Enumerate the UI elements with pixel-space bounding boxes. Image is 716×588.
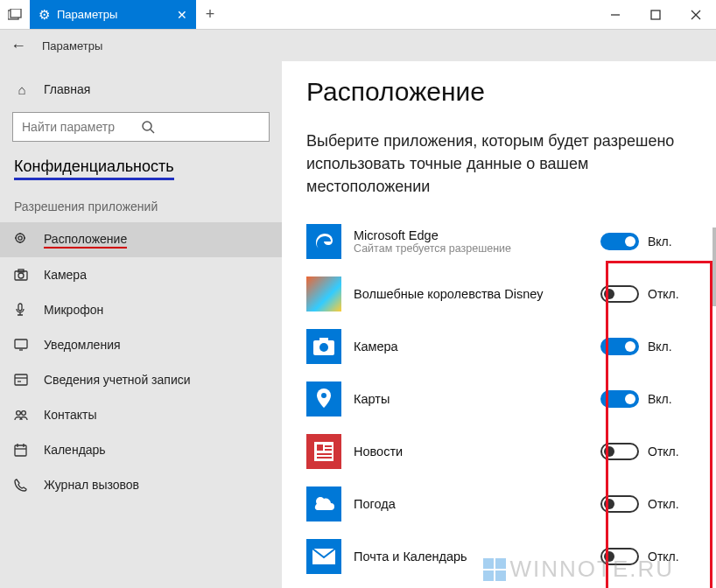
gear-icon: ⚙	[39, 7, 50, 23]
svg-rect-33	[317, 457, 332, 458]
svg-point-25	[319, 343, 328, 352]
app-name: Погода	[354, 497, 588, 511]
toggle-switch[interactable]	[600, 338, 639, 355]
sidebar-home[interactable]: ⌂ Главная	[0, 72, 282, 107]
toggle-switch[interactable]	[600, 285, 639, 303]
app-icon-camera	[306, 329, 341, 364]
sidebar-item-account[interactable]: Сведения учетной записи	[0, 362, 282, 397]
sidebar-item-calls[interactable]: Журнал вызовов	[0, 467, 282, 502]
toggle-label: Вкл.	[648, 392, 672, 406]
sidebar: ⌂ Главная Найти параметр Конфиденциально…	[0, 61, 282, 588]
app-name: Камера	[354, 340, 588, 354]
breadcrumb: ← Параметры	[0, 30, 716, 61]
close-tab-icon[interactable]: ✕	[177, 8, 187, 22]
svg-rect-29	[317, 444, 323, 451]
search-placeholder: Найти параметр	[22, 120, 141, 134]
app-row: Волшебные королевства DisneyОткл.	[306, 268, 691, 320]
app-icon-edge	[306, 224, 341, 259]
svg-rect-15	[15, 374, 27, 385]
scrollbar-thumb[interactable]	[712, 228, 716, 306]
svg-rect-26	[319, 338, 328, 341]
svg-rect-20	[15, 445, 26, 456]
app-icon-disney	[306, 276, 341, 312]
sidebar-item-calendar[interactable]: Календарь	[0, 432, 282, 467]
toggle-switch[interactable]	[600, 233, 639, 250]
search-icon	[141, 120, 260, 134]
toggle-label: Вкл.	[648, 234, 672, 248]
toggle-switch[interactable]	[600, 390, 639, 408]
sidebar-item-label: Уведомления	[44, 338, 121, 352]
toggle-label: Откл.	[648, 497, 679, 511]
app-subtitle: Сайтам требуется разрешение	[354, 242, 588, 255]
sidebar-category: Конфиденциальность	[14, 152, 174, 180]
svg-line-7	[151, 130, 154, 133]
app-icon-maps	[306, 382, 341, 416]
scrollbar[interactable]	[712, 61, 716, 588]
svg-rect-14	[15, 340, 27, 348]
toggle-label: Вкл.	[648, 340, 672, 354]
new-tab-button[interactable]: +	[196, 0, 224, 29]
close-window-button[interactable]	[676, 0, 716, 29]
svg-rect-1	[11, 9, 21, 18]
calls-icon	[14, 479, 30, 492]
search-input[interactable]: Найти параметр	[12, 112, 270, 142]
title-bar: ⚙ Параметры ✕ +	[0, 0, 716, 30]
sidebar-item-label: Микрофон	[44, 303, 103, 317]
app-icon-mail	[306, 539, 341, 574]
svg-point-8	[18, 236, 22, 240]
toggle-switch[interactable]	[600, 548, 639, 565]
sidebar-item-mic[interactable]: Микрофон	[0, 292, 282, 327]
page-title: Расположение	[306, 77, 691, 107]
svg-point-27	[321, 393, 326, 398]
svg-point-18	[17, 411, 21, 416]
sidebar-home-label: Главная	[44, 82, 90, 96]
sidebar-section-label: Разрешения приложений	[0, 180, 282, 222]
contacts-icon	[14, 409, 30, 421]
active-tab[interactable]: ⚙ Параметры ✕	[30, 0, 196, 29]
app-row: Microsoft EdgeСайтам требуется разрешени…	[306, 215, 691, 268]
sidebar-item-label: Календарь	[44, 443, 106, 457]
app-list: Microsoft EdgeСайтам требуется разрешени…	[306, 215, 691, 583]
toggle-switch[interactable]	[600, 495, 639, 513]
sidebar-item-label: Расположение	[44, 232, 127, 248]
tab-label: Параметры	[57, 8, 117, 21]
svg-point-11	[18, 273, 24, 278]
breadcrumb-label: Параметры	[42, 39, 102, 52]
app-name: Карты	[354, 392, 588, 406]
app-row: ПогодаОткл.	[306, 478, 691, 530]
camera-icon	[14, 269, 30, 281]
svg-point-19	[22, 411, 26, 416]
minimize-button[interactable]	[595, 0, 635, 29]
svg-rect-31	[325, 449, 332, 451]
svg-rect-32	[317, 453, 332, 455]
location-icon	[14, 233, 30, 247]
task-view-icon[interactable]	[0, 0, 30, 29]
sidebar-item-label: Контакты	[44, 408, 96, 422]
app-name: Волшебные королевства Disney	[354, 287, 588, 301]
account-icon	[14, 374, 30, 386]
app-name: Microsoft Edge	[354, 228, 588, 242]
app-row: НовостиОткл.	[306, 425, 691, 478]
sidebar-item-notif[interactable]: Уведомления	[0, 327, 282, 362]
toggle-switch[interactable]	[600, 443, 639, 460]
app-row: КамераВкл.	[306, 320, 691, 373]
app-name: Почта и Календарь	[354, 550, 588, 564]
back-button[interactable]: ←	[11, 37, 26, 55]
page-description: Выберите приложения, которым будет разре…	[306, 130, 683, 198]
sidebar-item-contacts[interactable]: Контакты	[0, 397, 282, 432]
sidebar-item-label: Сведения учетной записи	[44, 373, 191, 387]
mic-icon	[14, 303, 30, 317]
notif-icon	[14, 339, 30, 351]
toggle-label: Откл.	[648, 550, 679, 564]
app-name: Новости	[354, 444, 588, 458]
sidebar-item-location[interactable]: Расположение	[0, 222, 282, 257]
toggle-label: Откл.	[648, 444, 679, 458]
content-pane: Расположение Выберите приложения, которы…	[282, 61, 716, 588]
svg-rect-3	[651, 10, 660, 19]
svg-rect-13	[18, 304, 22, 311]
sidebar-item-label: Журнал вызовов	[44, 478, 139, 492]
sidebar-item-camera[interactable]: Камера	[0, 257, 282, 292]
maximize-button[interactable]	[635, 0, 676, 29]
app-row: КартыВкл.	[306, 373, 691, 425]
app-icon-weather	[306, 486, 341, 522]
